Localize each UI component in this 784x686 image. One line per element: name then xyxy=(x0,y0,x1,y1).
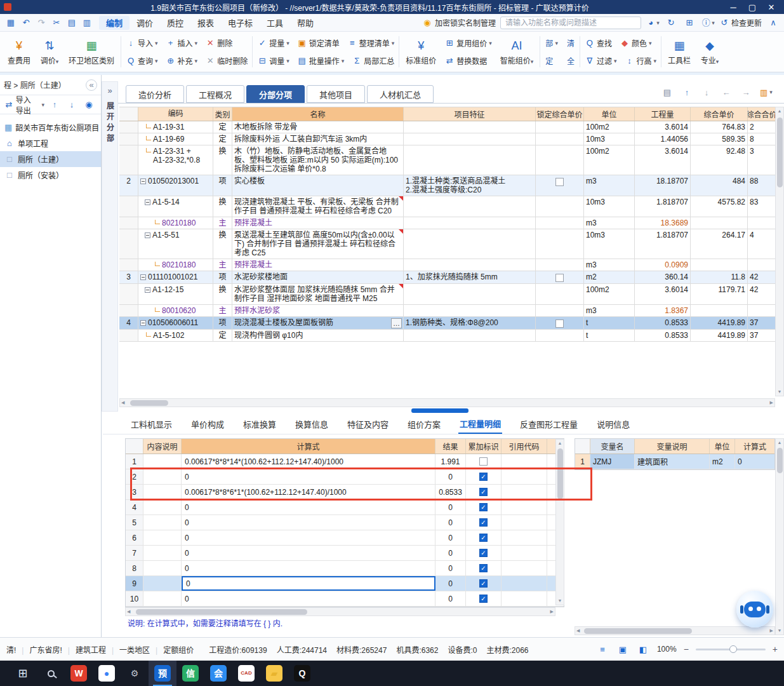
detail-tab[interactable]: 换算信息 xyxy=(294,415,329,433)
realname-lock-manager[interactable]: ◉ 加密锁实名制管理 xyxy=(422,17,496,28)
calc-row[interactable]: 1000 xyxy=(126,591,564,607)
tree-item[interactable]: □ 厕所（土建） xyxy=(0,151,101,167)
ribbon-button[interactable]: ◆颜色▾ xyxy=(616,36,655,51)
move-down-button[interactable]: ↓ xyxy=(65,98,79,112)
grid-vertical-scrollbar[interactable]: ▲ ▼ xyxy=(775,107,784,396)
calc-horizontal-scrollbar[interactable]: ◀ ▶ xyxy=(125,607,555,616)
status-item[interactable]: 定额组价 xyxy=(150,644,194,655)
zoom-slider[interactable] xyxy=(696,649,766,650)
grid-row[interactable]: A1-19-31定木地板拆除 带龙骨100m23.6014764.832 xyxy=(119,121,775,133)
scrollbar-thumb[interactable] xyxy=(557,448,563,499)
ribbon-button[interactable]: ▣锁定清单▾ xyxy=(294,36,343,51)
menu-tab[interactable]: 帮助 xyxy=(290,16,321,30)
menu-tab[interactable]: 质控 xyxy=(160,16,190,30)
ribbon-big-button[interactable]: ▦ 环卫地区类别▾ xyxy=(65,34,117,70)
import-export-button[interactable]: 导入导出 xyxy=(16,94,39,116)
detail-tab[interactable]: 工料机显示 xyxy=(130,415,173,433)
calc-row[interactable]: 200 xyxy=(126,469,564,485)
grid-row[interactable]: 2010502013001项实心楼板1.混凝土种类:泵送商品混凝土 2.混凝土强… xyxy=(119,175,775,196)
formula-cell[interactable]: 0 xyxy=(182,469,435,484)
status-item[interactable]: 清! xyxy=(6,644,16,655)
menu-tab[interactable]: 电子标 xyxy=(221,16,260,30)
detail-tab[interactable]: 工程量明细 xyxy=(458,414,502,434)
ribbon-big-button[interactable]: ▦ 工具栏▾ xyxy=(665,34,694,70)
grid-horizontal-scrollbar[interactable]: ◀ ▶ xyxy=(119,398,775,407)
zoom-in-button[interactable]: + xyxy=(773,644,778,654)
taskbar-app-qq[interactable]: Q xyxy=(288,661,316,686)
ribbon-button[interactable]: ✕删除▾ xyxy=(202,36,236,51)
grid-row[interactable]: 80210180主预拌混凝土m318.3689 xyxy=(119,217,775,229)
grid-row[interactable]: A1-5-51换泵送混凝土至建筑部位 高度50m以内(含±0.00以下) 合并制… xyxy=(119,229,775,259)
accumulate-checkbox[interactable] xyxy=(479,488,488,496)
grid-tool-button[interactable]: →▾ xyxy=(739,85,753,99)
tree-collapse-icon[interactable] xyxy=(145,232,150,238)
status-item[interactable]: 建筑工程 xyxy=(62,644,106,655)
calc-row[interactable]: 700 xyxy=(126,546,564,561)
taskbar-app-wechat[interactable]: 信 xyxy=(176,661,204,686)
accumulate-checkbox[interactable] xyxy=(479,549,488,557)
ribbon-button[interactable]: Σ局部汇总▾ xyxy=(349,53,397,69)
accumulate-checkbox[interactable] xyxy=(479,579,488,588)
grid-row[interactable]: A1-12-15换水泥砂浆整体面层 加浆抹光随捣随抹 5mm 合并制作子目 湿拌… xyxy=(119,284,775,305)
grid-row[interactable]: A1-5-102定现浇构件圆钢 φ10内t0.85334419.8937 xyxy=(119,330,775,342)
calc-row[interactable]: 900 xyxy=(126,576,564,591)
grid-row[interactable]: 80010620主预拌水泥砂浆m31.8367 xyxy=(119,305,775,317)
ribbon-mini-button[interactable]: 清▾ xyxy=(563,36,578,51)
formula-cell[interactable]: 0.00617*8*8*6*1*(100.62+112.12+147.40)/1… xyxy=(182,485,435,499)
grid-row[interactable]: 80210180主预拌混凝土m30.0909 xyxy=(119,259,775,271)
ribbon-button[interactable]: ⊞复用组价▾ xyxy=(441,36,495,51)
detail-tab[interactable]: 说明信息 xyxy=(595,415,631,433)
ribbon-button[interactable]: ∇过滤▾ xyxy=(581,53,620,69)
formula-cell[interactable]: 0 xyxy=(182,576,435,591)
taskbar-app-cad[interactable]: CAD xyxy=(232,661,260,686)
tree-item[interactable]: □ 厕所（安装） xyxy=(0,167,101,183)
formula-cell[interactable]: 0 xyxy=(182,546,435,560)
menu-tab[interactable]: 报表 xyxy=(190,16,221,30)
ribbon-button[interactable]: ↓导入▾ xyxy=(123,36,161,51)
status-tool-button[interactable]: ≡ xyxy=(595,642,609,656)
grid-tool-button[interactable]: ↑▾ xyxy=(680,85,694,99)
calc-row[interactable]: 800 xyxy=(126,561,564,576)
grid-tool-button[interactable]: ▥▾ xyxy=(759,85,773,99)
accumulate-checkbox[interactable] xyxy=(479,503,488,511)
scrollbar-thumb[interactable] xyxy=(777,448,783,473)
main-tab[interactable]: 工程概况 xyxy=(186,85,244,103)
detail-tab[interactable]: 单价构成 xyxy=(190,415,225,433)
accumulate-checkbox[interactable] xyxy=(479,564,488,572)
ribbon-button[interactable]: Q查找▾ xyxy=(581,36,615,51)
taskbar-app-folder[interactable]: ▰ xyxy=(260,661,288,686)
ribbon-button[interactable]: ▤批量操作▾ xyxy=(294,53,348,69)
menubar-icon-button[interactable]: ✂ xyxy=(50,16,63,30)
grid-tool-button[interactable]: ←▾ xyxy=(719,85,733,99)
zoom-out-button[interactable]: − xyxy=(684,644,689,654)
menubar-icon-button[interactable]: ↷ xyxy=(34,16,48,30)
ribbon-button[interactable]: Q查询▾ xyxy=(123,53,161,69)
main-tab[interactable]: 分部分项 xyxy=(246,85,305,103)
vars-vertical-scrollbar[interactable]: ▲ ▼ xyxy=(775,438,784,635)
ellipsis-button[interactable]: … xyxy=(391,318,402,328)
menu-tab[interactable]: 工具 xyxy=(260,16,290,30)
ribbon-big-button[interactable]: ¥ 查费用▾ xyxy=(4,34,34,70)
menu-tab[interactable]: 调价 xyxy=(130,16,160,30)
calc-row[interactable]: 30.00617*8*8*6*1*(100.62+112.12+147.40)/… xyxy=(126,485,564,500)
variable-row[interactable]: 1JZMJ建筑面积m20 xyxy=(575,454,774,469)
calc-row[interactable]: 10.00617*8*8*14*(100.62+112.12+147.40)/1… xyxy=(126,454,564,469)
accumulate-checkbox[interactable] xyxy=(479,595,488,603)
formula-cell[interactable]: 0 xyxy=(182,591,435,606)
menubar-icon-button[interactable]: ▦ xyxy=(4,16,18,30)
tree-collapse-icon[interactable] xyxy=(145,287,150,293)
menubar-icon-button[interactable]: ▤ xyxy=(65,16,79,30)
close-button[interactable]: ✕ xyxy=(762,1,780,13)
ribbon-button[interactable]: ⊕补充▾ xyxy=(163,53,201,69)
detail-tab[interactable]: 反查图形工程量 xyxy=(519,415,579,433)
taskbar-app-browser[interactable]: ● xyxy=(93,661,121,686)
ribbon-button[interactable]: ✕临时删除▾ xyxy=(202,53,251,69)
move-up-button[interactable]: ↑ xyxy=(48,98,62,112)
tree-collapse-icon[interactable] xyxy=(145,199,150,205)
collapse-ribbon-button[interactable]: ∧ xyxy=(766,16,780,30)
sync-button[interactable]: ↻ xyxy=(664,16,678,30)
ribbon-big-button[interactable]: ◆ 专业▾ xyxy=(695,34,724,70)
locate-button[interactable]: ◉ xyxy=(82,98,96,112)
accumulate-checkbox[interactable] xyxy=(479,534,488,542)
detail-tab[interactable]: 特征及内容 xyxy=(346,415,390,433)
